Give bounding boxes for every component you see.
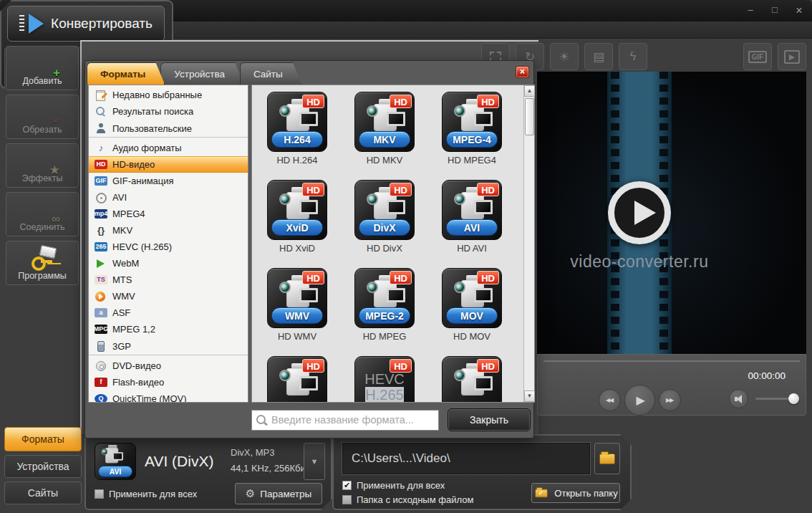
format-dropdown-button[interactable]: ▼	[304, 443, 325, 480]
format-category-item[interactable]: Результаты поиска	[89, 103, 248, 120]
format-category-item[interactable]: f Flash-видео	[89, 374, 248, 390]
output-path-input[interactable]	[343, 444, 589, 474]
browse-folder-button[interactable]	[594, 443, 620, 474]
format-tile[interactable]: HD	[267, 356, 327, 402]
dialog-tab[interactable]: Устройства	[160, 62, 244, 85]
hd-badge: HD	[302, 359, 324, 373]
apply-all-checkbox[interactable]	[342, 481, 352, 490]
output-path-field[interactable]	[342, 443, 590, 474]
toolbar-button[interactable]: ϟ	[619, 43, 647, 70]
format-category-item[interactable]: TS MTS	[89, 272, 248, 288]
bottom-tab[interactable]: Форматы	[4, 427, 82, 451]
source-folder-label: Папка с исходным файлом	[357, 494, 473, 505]
format-category-item[interactable]: AVI	[89, 189, 248, 206]
close-button[interactable]: ×	[793, 4, 805, 17]
play-button[interactable]: ▶	[624, 385, 655, 416]
category-icon	[95, 90, 107, 100]
format-category-item[interactable]: HD HD-видео	[89, 156, 248, 173]
format-tile[interactable]: MKV HD	[354, 92, 415, 152]
format-category-item[interactable]: WMV	[89, 288, 248, 305]
volume-knob[interactable]	[788, 393, 799, 404]
seek-bar[interactable]	[543, 360, 800, 362]
scroll-up-icon[interactable]: ▲	[524, 85, 535, 97]
apply-all-checkbox[interactable]	[95, 489, 104, 499]
category-label: MKV	[112, 225, 132, 236]
format-category-item[interactable]: MPG MPEG 1,2	[89, 321, 248, 337]
grid-scrollbar[interactable]: ▲ ▼	[523, 85, 534, 402]
format-category-item[interactable]: Q QuickTime (MOV)	[89, 390, 248, 403]
format-category-item[interactable]: Недавно выбранные	[89, 87, 248, 103]
overlay-glyph-icon: +	[53, 66, 60, 80]
sidebar-button[interactable]: ✂ Обрезать	[6, 95, 79, 139]
category-icon	[95, 123, 107, 133]
format-tile[interactable]: HD	[442, 356, 502, 402]
volume-slider[interactable]	[755, 398, 796, 400]
output-format-tile[interactable]: AVI	[95, 443, 136, 480]
sidebar-button[interactable]: Программы	[6, 241, 79, 285]
toolbar-button-icon: ☀	[559, 49, 569, 64]
category-label: Flash-видео	[112, 377, 164, 388]
maximize-button[interactable]: □	[769, 4, 780, 17]
format-pill-label: MPEG-4	[446, 131, 498, 148]
toolbar-button[interactable]: GIF	[743, 43, 772, 70]
scroll-down-icon[interactable]: ▼	[524, 390, 535, 402]
toolbar-button[interactable]: ▤	[584, 43, 613, 70]
dialog-tab[interactable]: Сайты	[240, 62, 302, 85]
format-category-item[interactable]: WebM	[89, 255, 248, 272]
format-caption: HD AVI	[442, 243, 502, 254]
player-controls: 00:00:00 ◀◀ ▶ ▶▶	[537, 354, 806, 416]
sidebar-button[interactable]: + Добавить	[6, 46, 79, 90]
dialog-close-button[interactable]: ×	[516, 66, 529, 78]
format-category-item[interactable]: a ASF	[89, 305, 248, 321]
format-category-item[interactable]: 265 HEVC (H.265)	[89, 239, 248, 255]
format-category-item[interactable]: ♪ Аудио форматы	[89, 140, 248, 156]
sidebar-button-icon: +	[27, 52, 57, 76]
format-tile[interactable]: WMV HD	[267, 268, 327, 328]
minimize-button[interactable]: –	[745, 4, 756, 17]
format-tile[interactable]: MOV HD	[442, 268, 502, 328]
hd-badge: HD	[477, 359, 499, 373]
open-folder-button[interactable]: Открыть папку	[531, 483, 620, 503]
format-tile[interactable]: MPEG-4 HD	[442, 92, 502, 152]
toolbar-button[interactable]: ☀	[550, 43, 579, 70]
parameters-button[interactable]: ⚙ Параметры	[235, 483, 322, 504]
bottom-tab[interactable]: Устройства	[4, 455, 82, 478]
format-tile[interactable]: HEVC H.265 HD	[354, 356, 415, 402]
format-category-item[interactable]: 3GP	[89, 337, 248, 355]
format-category-item[interactable]: mp4 MPEG4	[89, 206, 248, 222]
format-pill-label: MKV	[359, 131, 410, 148]
dialog-close-action-button[interactable]: Закрыть	[448, 408, 531, 431]
big-play-icon[interactable]	[608, 181, 671, 244]
format-search-box[interactable]	[251, 410, 439, 431]
format-tile[interactable]: H.264 HD	[267, 92, 327, 152]
category-label: HEVC (H.265)	[112, 241, 172, 252]
category-icon	[95, 292, 107, 302]
hd-badge: HD	[302, 95, 324, 108]
format-tile[interactable]: XviD HD	[267, 180, 327, 240]
dialog-tab[interactable]: Форматы	[87, 62, 165, 85]
bottom-tab[interactable]: Сайты	[4, 481, 82, 504]
previous-button[interactable]: ◀◀	[599, 389, 621, 411]
volume-icon[interactable]	[729, 389, 748, 408]
format-category-item[interactable]: Пользовательские	[89, 120, 248, 138]
convert-button[interactable]: Конвертировать	[7, 6, 165, 42]
sidebar-button-icon: ✂	[27, 100, 57, 125]
camcorder-icon	[100, 444, 123, 464]
format-category-item[interactable]: GIF GIF-анимация	[89, 173, 248, 189]
format-pill-label: DivX	[359, 219, 410, 236]
toolbar-button[interactable]: ▶	[778, 43, 806, 70]
format-search-input[interactable]	[267, 414, 438, 426]
next-button[interactable]: ▶▶	[659, 389, 681, 411]
format-category-item[interactable]: DVD-видео	[89, 358, 248, 374]
format-tile[interactable]: MPEG-2 HD	[354, 268, 415, 328]
hd-badge: HD	[477, 95, 499, 108]
format-tile[interactable]: AVI HD	[442, 180, 502, 240]
scrollbar-thumb[interactable]	[525, 98, 534, 135]
format-category-item[interactable]: {} MKV	[89, 222, 248, 239]
category-icon	[95, 259, 107, 269]
category-label: Аудио форматы	[112, 143, 182, 153]
source-folder-checkbox[interactable]	[342, 495, 352, 504]
sidebar-button[interactable]: ∞ Соединить	[6, 192, 79, 236]
format-tile[interactable]: DivX HD	[354, 180, 415, 240]
sidebar-button[interactable]: ★ Эффекты	[6, 143, 79, 188]
